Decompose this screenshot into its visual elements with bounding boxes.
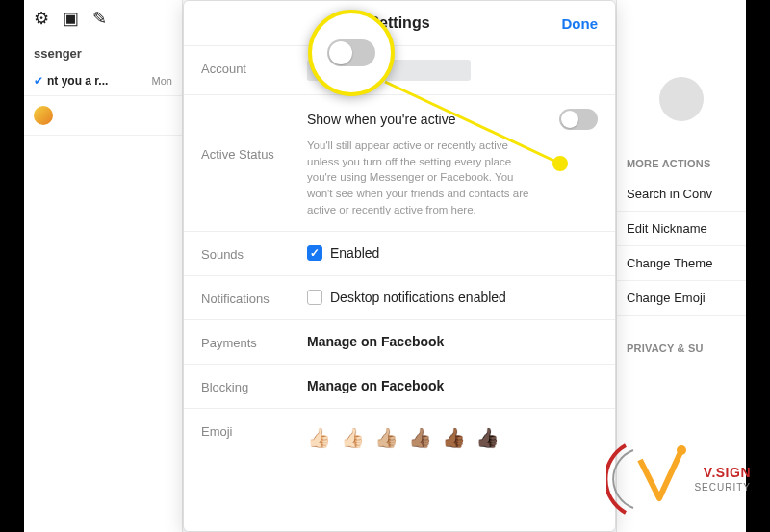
section-header-privacy: PRIVACY & SU	[617, 335, 746, 362]
verified-badge-icon: ✔	[34, 74, 43, 88]
sounds-value: Enabled	[330, 245, 379, 261]
active-status-description: You'll still appear active or recently a…	[307, 138, 538, 217]
payments-link[interactable]: Manage on Facebook	[307, 334, 598, 349]
callout-toggle-icon	[327, 39, 375, 66]
notifications-checkbox[interactable]	[307, 290, 322, 305]
conversation-item[interactable]	[24, 96, 182, 136]
active-status-title: Show when you're active	[307, 112, 455, 127]
blocking-link[interactable]: Manage on Facebook	[307, 378, 598, 393]
conversation-preview: nt you a r...	[47, 74, 148, 88]
emoji-skin-tone-picker: 👍🏻 👍🏻 👍🏼 👍🏽 👍🏾 👍🏿	[307, 422, 598, 449]
thumb-dark-icon[interactable]: 👍🏿	[475, 426, 500, 449]
thumb-medium-light-icon[interactable]: 👍🏼	[374, 426, 398, 449]
active-status-row: Active Status Show when you're active Yo…	[184, 95, 615, 232]
sounds-label: Sounds	[201, 245, 297, 262]
notifications-value: Desktop notifications enabled	[330, 290, 506, 305]
active-status-toggle[interactable]	[559, 109, 598, 130]
emoji-row: Emoji 👍🏻 👍🏻 👍🏼 👍🏽 👍🏾 👍🏿	[184, 409, 615, 463]
toggle-knob	[561, 111, 578, 128]
messenger-sidebar: ⚙ ▣ ✎ ssenger ✔ nt you a r... Mon	[24, 0, 183, 532]
thumb-medium-dark-icon[interactable]: 👍🏾	[442, 426, 466, 449]
settings-modal: Settings Done Account Active Status Show…	[183, 0, 616, 532]
callout-zoom-circle	[308, 10, 395, 96]
blocking-row: Blocking Manage on Facebook	[184, 365, 615, 409]
change-theme-link[interactable]: Change Theme	[617, 246, 746, 281]
callout-toggle-knob	[329, 41, 352, 64]
notifications-label: Notifications	[201, 290, 297, 306]
callout-target-dot	[552, 156, 568, 171]
watermark-logo: V.SIGN SECURITY	[606, 436, 751, 522]
section-header-more-actions: MORE ACTIONS	[617, 150, 746, 177]
account-label: Account	[201, 60, 297, 76]
gear-icon[interactable]: ⚙	[34, 8, 49, 29]
account-row: Account	[184, 46, 615, 95]
thumb-default-icon[interactable]: 👍🏻	[307, 426, 331, 449]
new-video-icon[interactable]: ▣	[63, 8, 79, 29]
conversation-item[interactable]: ✔ nt you a r... Mon	[24, 66, 182, 96]
edit-nickname-link[interactable]: Edit Nickname	[617, 212, 746, 246]
avatar	[659, 77, 704, 121]
conversation-time: Mon	[152, 75, 172, 87]
sounds-checkbox[interactable]	[307, 245, 322, 261]
blocking-label: Blocking	[201, 378, 297, 394]
done-button[interactable]: Done	[562, 15, 599, 32]
modal-header: Settings Done	[184, 1, 615, 46]
emoji-label: Emoji	[201, 422, 297, 439]
thumb-light-icon[interactable]: 👍🏻	[341, 426, 365, 449]
payments-label: Payments	[201, 334, 297, 350]
svg-point-1	[677, 445, 686, 455]
watermark-subtitle: SECURITY	[694, 482, 751, 493]
payments-row: Payments Manage on Facebook	[184, 320, 615, 365]
compose-icon[interactable]: ✎	[92, 8, 107, 29]
change-emoji-link[interactable]: Change Emoji	[617, 281, 746, 316]
sounds-row: Sounds Enabled	[184, 232, 615, 276]
avatar	[34, 106, 53, 125]
notifications-row: Notifications Desktop notifications enab…	[184, 276, 615, 320]
thumb-medium-icon[interactable]: 👍🏽	[408, 426, 432, 449]
watermark-brand: V.SIGN	[704, 465, 751, 480]
app-title-partial: ssenger	[24, 37, 182, 66]
letterbox-left	[0, 0, 24, 532]
active-status-label: Active Status	[201, 109, 297, 162]
search-in-conversation-link[interactable]: Search in Conv	[617, 177, 746, 212]
